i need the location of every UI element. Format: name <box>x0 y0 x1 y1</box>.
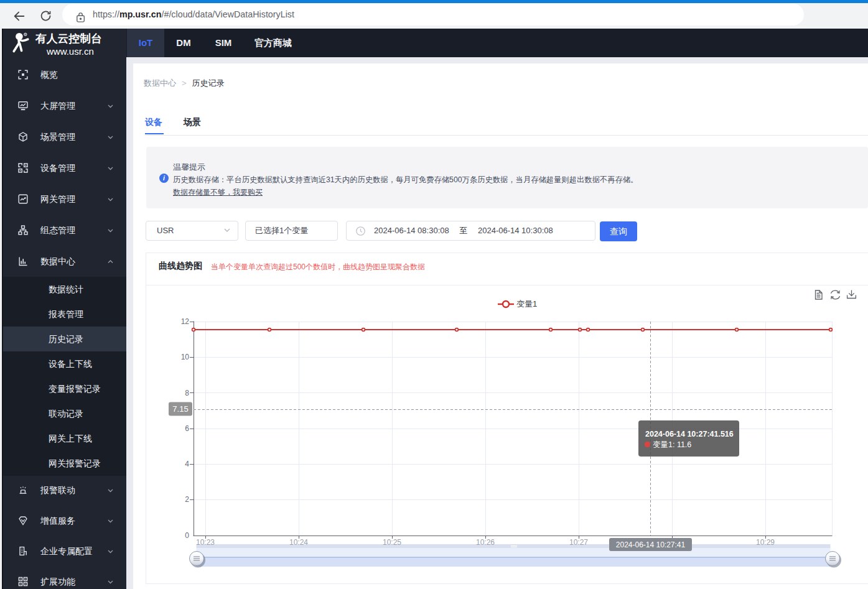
svg-text:0: 0 <box>185 531 189 540</box>
svg-text:12: 12 <box>181 317 190 326</box>
svg-text:变量1: 11.6: 变量1: 11.6 <box>653 440 691 449</box>
svg-text:2024-06-14 10:27:41: 2024-06-14 10:27:41 <box>616 540 686 549</box>
svg-text:10:27: 10:27 <box>569 538 588 547</box>
svg-text:10: 10 <box>181 353 190 361</box>
svg-text:10:29: 10:29 <box>756 538 775 547</box>
svg-text:10:23: 10:23 <box>196 538 215 547</box>
svg-text:10:26: 10:26 <box>476 538 495 547</box>
svg-text:8: 8 <box>185 389 189 397</box>
svg-text:7.15: 7.15 <box>172 404 188 414</box>
svg-text:6: 6 <box>185 424 189 433</box>
svg-text:2: 2 <box>185 495 189 504</box>
svg-text:2024-06-14 10:27:41.516: 2024-06-14 10:27:41.516 <box>645 430 734 438</box>
svg-text:10:24: 10:24 <box>289 538 308 547</box>
svg-text:10:25: 10:25 <box>383 538 401 547</box>
svg-text:4: 4 <box>185 460 189 468</box>
svg-text:R: R <box>24 33 26 36</box>
svg-text:变量1: 变量1 <box>516 299 537 308</box>
